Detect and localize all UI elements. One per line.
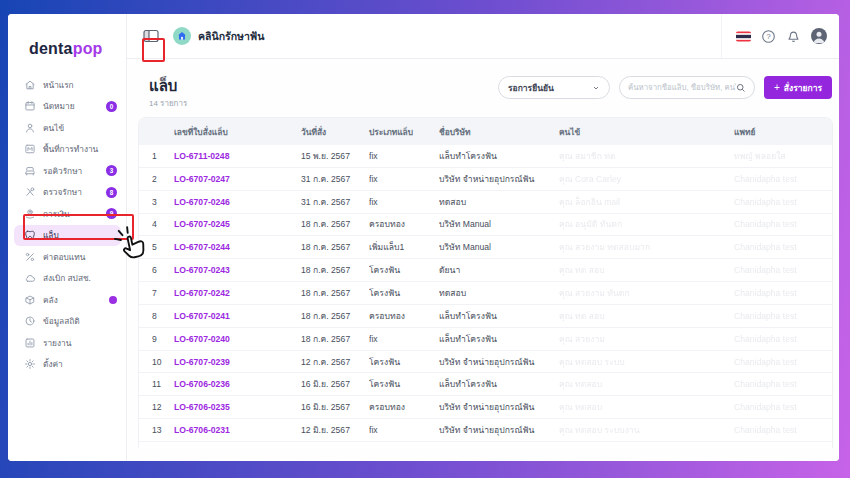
order-number-link[interactable]: LO-6706-0235 — [174, 402, 301, 412]
table-row[interactable]: 12 LO-6706-0235 16 มิ.ย. 2567 ครอบทอง บร… — [139, 396, 832, 419]
sidebar-item-label: ค่าตอบแทน — [43, 250, 85, 264]
order-number-link[interactable]: LO-6707-0246 — [174, 197, 301, 207]
table-row[interactable]: 13 LO-6706-0231 12 มิ.ย. 2567 fix บริษัท… — [139, 419, 832, 442]
sidebar-item-home[interactable]: หน้าแรก — [14, 74, 121, 96]
company-name: แล็บทำโครงฟัน — [439, 149, 559, 163]
sidebar-item-lab[interactable]: แล็บ — [14, 225, 121, 247]
lab-type: โครงฟัน — [369, 377, 439, 391]
chevron-down-icon — [592, 84, 600, 92]
table-row[interactable]: 8 LO-6707-0241 18 ก.ค. 2567 ครอบทอง แล็บ… — [139, 305, 832, 328]
percent-icon — [24, 251, 36, 263]
order-date: 15 พ.ย. 2567 — [301, 149, 369, 163]
order-date: 16 มิ.ย. 2567 — [301, 400, 369, 414]
order-number-link[interactable]: LO-6707-0247 — [174, 174, 301, 184]
order-date: 18 ก.ค. 2567 — [301, 240, 369, 254]
record-count: 14 รายการ — [149, 97, 187, 110]
sidebar-item-queue[interactable]: รอคิวรักษา 3 — [14, 160, 121, 182]
bell-icon[interactable] — [786, 29, 801, 44]
sidebar-item-treatment[interactable]: ตรวจรักษา 8 — [14, 182, 121, 204]
patient-name: คุณ ทด สอบ — [559, 263, 734, 277]
company-name: บริษัท จำหน่ายอุปกรณ์ฟัน — [439, 355, 559, 369]
row-number: 12 — [152, 402, 174, 412]
order-number-link[interactable]: LO-6706-0236 — [174, 379, 301, 389]
company-name: บริษัท Manual — [439, 217, 559, 231]
patient-icon — [24, 122, 36, 134]
lab-type: fix — [369, 425, 439, 435]
sidebar-item-appointments[interactable]: นัดหมาย 0 — [14, 96, 121, 118]
order-number-link[interactable]: LO-6707-0239 — [174, 357, 301, 367]
sidebar-item-reports[interactable]: รายงาน — [14, 332, 121, 354]
sidebar-item-nhso-claims[interactable]: ส่งเบิก สปสช. — [14, 268, 121, 290]
row-number: 2 — [152, 174, 174, 184]
table-row[interactable]: 7 LO-6707-0242 18 ก.ค. 2567 โครงฟัน ทดสอ… — [139, 282, 832, 305]
order-date: 12 ก.ค. 2567 — [301, 355, 369, 369]
row-number: 8 — [152, 311, 174, 321]
help-icon[interactable]: ? — [761, 29, 776, 44]
table-row[interactable]: 11 LO-6706-0236 16 มิ.ย. 2567 โครงฟัน แล… — [139, 373, 832, 396]
company-name: บริษัท Manual — [439, 240, 559, 254]
search-icon — [736, 83, 746, 93]
sidebar-item-label: ส่งเบิก สปสช. — [43, 271, 91, 285]
sidebar-item-settings[interactable]: ตั้งค่า — [14, 354, 121, 376]
sidebar-item-statistics[interactable]: ข้อมูลสถิติ — [14, 311, 121, 333]
patient-name: คุณ ทดสอบ — [559, 400, 734, 414]
row-number: 6 — [152, 265, 174, 275]
col-lab-type: ประเภทแล็บ — [369, 125, 439, 139]
svg-text:?: ? — [766, 32, 771, 41]
add-order-button[interactable]: + สั่งรายการ — [764, 76, 832, 99]
sidebar-item-compensation[interactable]: ค่าตอบแทน — [14, 246, 121, 268]
row-number: 10 — [152, 357, 174, 367]
order-number-link[interactable]: LO-6706-0231 — [174, 425, 301, 435]
calendar-icon — [24, 100, 36, 112]
order-number-link[interactable]: LO-6707-0241 — [174, 311, 301, 321]
order-number-link[interactable]: LO-6707-0245 — [174, 219, 301, 229]
table-row[interactable]: 10 LO-6707-0239 12 ก.ค. 2567 โครงฟัน บริ… — [139, 351, 832, 374]
company-name: บริษัท จำหน่ายอุปกรณ์ฟัน — [439, 423, 559, 437]
thai-flag-icon[interactable] — [736, 29, 751, 44]
sidebar-item-label: รอคิวรักษา — [43, 164, 82, 178]
lab-orders-table: เลขที่ใบสั่งแล็บ วันที่สั่ง ประเภทแล็บ ช… — [138, 117, 833, 448]
table-row[interactable]: 6 LO-6707-0243 18 ก.ค. 2567 โครงฟัน ดัยน… — [139, 259, 832, 282]
sidebar-item-patients[interactable]: คนไข้ — [14, 117, 121, 139]
sidebar-item-finance[interactable]: การเงิน 9 — [14, 203, 121, 225]
order-number-link[interactable]: LO-6707-0242 — [174, 288, 301, 298]
sidebar-item-label: การเงิน — [43, 207, 70, 221]
doctor-name: Chanidapha test — [734, 288, 832, 298]
doctor-name: Chanidapha test — [734, 219, 832, 229]
row-number: 4 — [152, 219, 174, 229]
clinic-selector[interactable]: คลินิกรักษาฟัน — [173, 27, 264, 45]
finance-icon — [24, 208, 36, 220]
order-number-link[interactable]: LO-6711-0248 — [174, 151, 301, 161]
lab-type: โครงฟัน — [369, 263, 439, 277]
table-row[interactable]: 3 LO-6707-0246 31 ก.ค. 2567 fix ทดสอบ คุ… — [139, 191, 832, 214]
order-number-link[interactable]: LO-6707-0244 — [174, 242, 301, 252]
doctor-name: Chanidapha test — [734, 197, 832, 207]
table-row[interactable]: 9 LO-6707-0240 18 ก.ค. 2567 fix แล็บทำโค… — [139, 328, 832, 351]
table-row[interactable]: 5 LO-6707-0244 18 ก.ค. 2567 เพิ่มแล็บ1 บ… — [139, 236, 832, 259]
doctor-name: Chanidapha test — [734, 174, 832, 184]
table-row[interactable]: 2 LO-6707-0247 31 ก.ค. 2567 fix บริษัท จ… — [139, 168, 832, 191]
sidebar-toggle-icon[interactable] — [143, 29, 159, 43]
col-patient: คนไข้ — [559, 125, 734, 139]
badge-dot — [109, 296, 117, 304]
add-order-label: สั่งรายการ — [784, 81, 822, 95]
patient-name: คุณ ทดสอบ ระบบ — [559, 355, 734, 369]
order-date: 18 ก.ค. 2567 — [301, 286, 369, 300]
order-date: 18 ก.ค. 2567 — [301, 309, 369, 323]
order-number-link[interactable]: LO-6707-0243 — [174, 265, 301, 275]
user-avatar[interactable] — [811, 28, 827, 44]
company-name: บริษัท จำหน่ายอุปกรณ์ฟัน — [439, 400, 559, 414]
order-number-link[interactable]: LO-6707-0240 — [174, 334, 301, 344]
sidebar-item-workspace[interactable]: พื้นที่การทำงาน — [14, 139, 121, 161]
table-row[interactable]: 1 LO-6711-0248 15 พ.ย. 2567 fix แล็บทำโค… — [139, 145, 832, 168]
status-filter-dropdown[interactable]: รอการยืนยัน — [498, 76, 610, 99]
search-input[interactable] — [628, 83, 736, 92]
sidebar-item-inventory[interactable]: คลัง — [14, 289, 121, 311]
table-row[interactable]: 4 LO-6707-0245 18 ก.ค. 2567 ครอบทอง บริษ… — [139, 214, 832, 237]
col-order-no: เลขที่ใบสั่งแล็บ — [174, 125, 301, 139]
company-name: แล็บทำโครงฟัน — [439, 332, 559, 346]
lab-type: fix — [369, 174, 439, 184]
inventory-icon — [24, 294, 36, 306]
patient-name: คุณ ทดสอบ — [559, 377, 734, 391]
header-actions: ? — [721, 14, 839, 58]
